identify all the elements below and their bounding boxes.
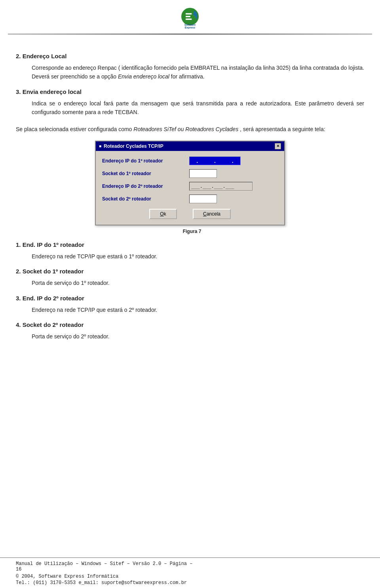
dialog-label-3: Endereço IP do 2º roteador: [102, 183, 189, 189]
svg-rect-3: [186, 19, 192, 20]
item-3-text: Endereço na rede TCP/IP que estará o 2º …: [32, 305, 364, 314]
dialog-body: Endereço IP do 1º roteador . . .: [96, 151, 284, 225]
ok-button[interactable]: Ok: [149, 209, 177, 219]
item-3-title: 3. End. IP do 2º roteador: [16, 295, 364, 302]
svg-rect-2: [186, 16, 190, 17]
socket-input-2[interactable]: [189, 195, 217, 203]
item-2: 2. Socket do 1º roteador Porta de serviç…: [16, 268, 364, 287]
item-1-title: 1. End. IP do 1º roteador: [16, 241, 364, 248]
section-2-title: 2. Endereço Local: [16, 53, 364, 59]
logo-container: Software Express: [178, 7, 202, 29]
footer-line1: Manual de Utilização – Windows – Sitef –…: [16, 561, 364, 572]
item-3: 3. End. IP do 2º roteador Endereço na re…: [16, 295, 364, 314]
dialog-row-3: Endereço IP do 2º roteador ___.___.___._…: [102, 182, 278, 191]
section-2-text: Corresponde ao endereço Renpac ( identif…: [32, 63, 364, 81]
item-1: 1. End. IP do 1º roteador Endereço na re…: [16, 241, 364, 261]
dialog-buttons: Ok Cancela: [102, 209, 278, 219]
page: Software Express 2. Endereço Local Corre…: [0, 0, 380, 588]
figure-caption: Figura 7: [183, 229, 201, 234]
dialog-box: ■ Roteador Cyclades TCP/IP ✕ Endereço IP…: [95, 141, 285, 225]
footer-line2: © 2004, Software Express Informática: [16, 574, 364, 579]
intro-paragraph: Se placa selecionada estiver configurada…: [16, 125, 364, 134]
ip-input-2[interactable]: ___.___.___.___: [189, 182, 253, 191]
item-2-title: 2. Socket do 1º roteador: [16, 268, 364, 275]
section-2: 2. Endereço Local Corresponde ao endereç…: [16, 53, 364, 81]
header: Software Express: [0, 0, 380, 38]
software-express-logo: Software Express: [178, 7, 202, 29]
item-4-title: 4. Socket do 2º roteador: [16, 321, 364, 328]
dialog-label-1: Endereço IP do 1º roteador: [102, 158, 189, 164]
ip-input-1[interactable]: . . .: [189, 157, 241, 165]
dialog-title-text: Roteador Cyclades TCP/IP: [104, 143, 163, 149]
dialog-label-2: Socket do 1º roteador: [102, 171, 189, 176]
section-3: 3. Envia endereço local Indica se o ende…: [16, 88, 364, 117]
section-3-title: 3. Envia endereço local: [16, 88, 364, 95]
dialog-container: ■ Roteador Cyclades TCP/IP ✕ Endereço IP…: [16, 141, 364, 234]
dialog-title-bar: ■ Roteador Cyclades TCP/IP ✕: [96, 141, 284, 151]
dialog-label-4: Socket do 2º roteador: [102, 196, 189, 202]
dialog-close-button[interactable]: ✕: [275, 143, 281, 149]
svg-rect-1: [186, 13, 192, 14]
items-list: 1. End. IP do 1º roteador Endereço na re…: [16, 241, 364, 341]
item-4-text: Porta de serviço do 2º roteador.: [32, 332, 364, 341]
item-1-text: Endereço na rede TCP/IP que estará o 1º …: [32, 252, 364, 261]
svg-text:Express: Express: [185, 26, 196, 29]
dialog-row-4: Socket do 2º roteador: [102, 195, 278, 203]
section-3-text: Indica se o endereço local fará parte da…: [32, 99, 364, 117]
item-2-text: Porta de serviço do 1º roteador.: [32, 279, 364, 287]
footer: Manual de Utilização – Windows – Sitef –…: [0, 557, 380, 588]
dialog-title-bar-left: ■ Roteador Cyclades TCP/IP: [99, 143, 163, 149]
footer-line3: Tel.: (011) 3170-5353 e_mail: suporte@so…: [16, 580, 364, 586]
socket-input-1[interactable]: [189, 169, 217, 178]
main-content: 2. Endereço Local Corresponde ao endereç…: [0, 38, 380, 557]
header-divider: [8, 34, 372, 34]
cancela-button[interactable]: Cancela: [193, 209, 231, 219]
dialog-row-1: Endereço IP do 1º roteador . . .: [102, 157, 278, 165]
dialog-title-icon: ■: [99, 144, 101, 148]
item-4: 4. Socket do 2º roteador Porta de serviç…: [16, 321, 364, 341]
dialog-row-2: Socket do 1º roteador: [102, 169, 278, 178]
